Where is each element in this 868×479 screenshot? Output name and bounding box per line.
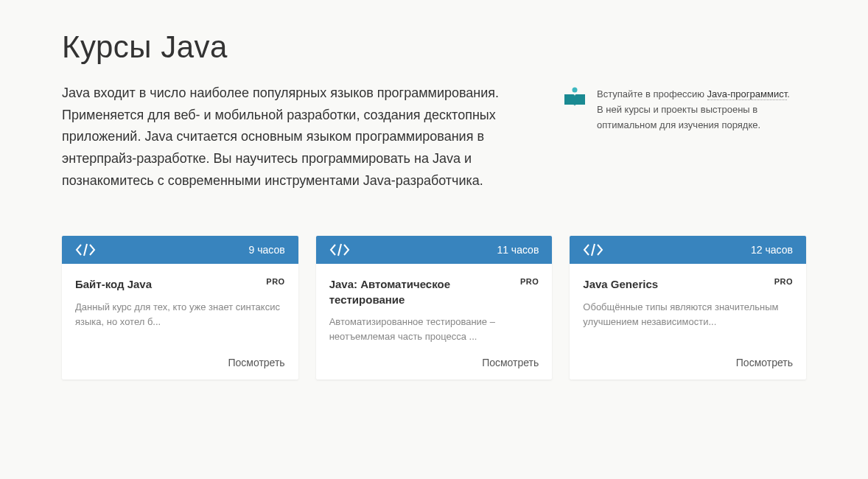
pro-badge: PRO xyxy=(774,277,793,286)
sidebar-profession-link[interactable]: Java-программист xyxy=(707,88,788,100)
card-header: 12 часов xyxy=(570,236,806,264)
book-icon xyxy=(563,87,587,108)
course-cards-grid: 9 часов Байт-код Java PRO Данный курс дл… xyxy=(62,236,806,380)
card-header: 9 часов xyxy=(62,236,298,264)
svg-line-1 xyxy=(84,244,87,256)
code-icon xyxy=(75,243,96,256)
view-link[interactable]: Посмотреть xyxy=(736,357,793,368)
card-duration: 11 часов xyxy=(497,244,539,256)
card-title: Байт-код Java xyxy=(75,277,158,292)
pro-badge: PRO xyxy=(266,277,284,286)
card-description: Обобщённые типы являются значительным ул… xyxy=(583,300,793,345)
view-link[interactable]: Посмотреть xyxy=(228,357,284,368)
view-link[interactable]: Посмотреть xyxy=(482,357,539,368)
card-description: Автоматизированное тестирование – неотъе… xyxy=(329,315,539,344)
course-card[interactable]: 11 часов Java: Автоматическое тестирован… xyxy=(316,236,553,380)
svg-point-0 xyxy=(573,88,578,93)
code-icon xyxy=(329,243,350,256)
code-icon xyxy=(583,243,603,256)
sidebar-text: Вступайте в профессию Java-программист. … xyxy=(597,87,791,133)
card-duration: 9 часов xyxy=(249,244,285,256)
page-title: Курсы Java xyxy=(62,29,519,65)
card-duration: 12 часов xyxy=(751,244,793,256)
svg-line-3 xyxy=(592,244,595,256)
sidebar-prefix: Вступайте в профессию xyxy=(597,88,707,99)
pro-badge: PRO xyxy=(520,277,539,286)
card-description: Данный курс для тех, кто уже знает синта… xyxy=(75,300,285,345)
card-title: Java Generics xyxy=(583,277,664,292)
page-description: Java входит в число наиболее популярных … xyxy=(62,83,519,192)
svg-line-2 xyxy=(338,244,341,256)
course-card[interactable]: 9 часов Байт-код Java PRO Данный курс дл… xyxy=(62,236,298,380)
card-title: Java: Автоматическое тестирование xyxy=(329,277,520,307)
course-card[interactable]: 12 часов Java Generics PRO Обобщённые ти… xyxy=(570,236,806,380)
card-header: 11 часов xyxy=(316,236,553,264)
sidebar-info: Вступайте в профессию Java-программист. … xyxy=(563,29,791,192)
